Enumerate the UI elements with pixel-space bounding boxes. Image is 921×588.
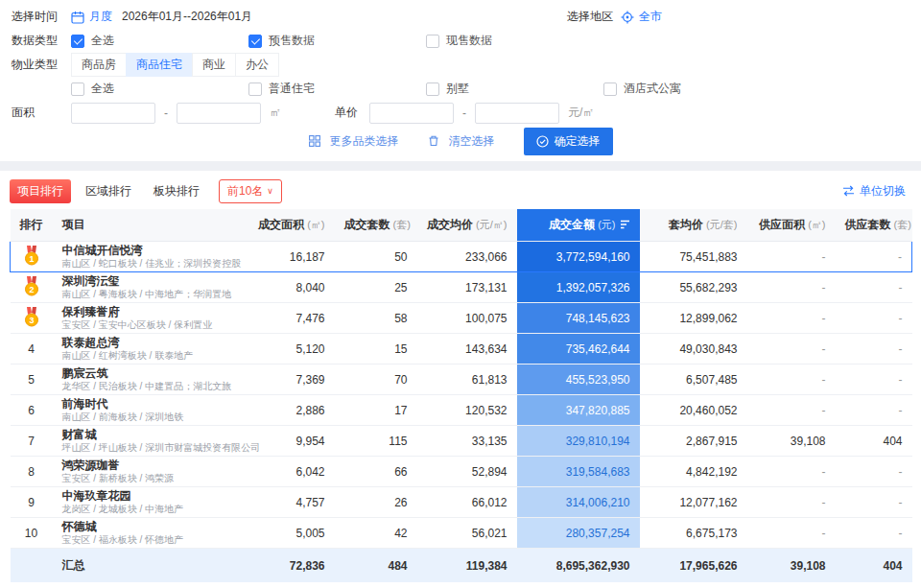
rank-cell: 5 xyxy=(11,365,53,395)
cell-deal-amount: 347,820,885 xyxy=(517,395,640,426)
cell-avg-price: 233,066 xyxy=(417,242,517,272)
cell-supply-area: - xyxy=(747,334,836,365)
cell-deal-area: 4,757 xyxy=(243,487,335,518)
top-n-filter-button[interactable]: 前10名 ∨ xyxy=(219,179,282,203)
table-row[interactable]: 2深圳湾沄玺南山区 / 粤海板块 / 中海地产；华润置地8,04025173,1… xyxy=(11,272,912,303)
cell-supply-units: - xyxy=(836,395,912,426)
checkbox-icon xyxy=(426,82,439,96)
tab-sector-ranking[interactable]: 板块排行 xyxy=(146,179,207,203)
medal-icon: 2 xyxy=(23,286,40,299)
price-min-input[interactable] xyxy=(369,103,454,124)
tab-region-ranking[interactable]: 区域排行 xyxy=(78,179,139,203)
checkbox-hotel-apartment[interactable]: 酒店式公寓 xyxy=(603,81,781,97)
property-tab-office[interactable]: 办公 xyxy=(235,53,279,77)
ranking-panel: 项目排行区域排行板块排行 前10名 ∨ 单位切换 排行项目成交面积 (㎡)成交套… xyxy=(0,171,921,588)
checkbox-ordinary-residence[interactable]: 普通住宅 xyxy=(248,81,426,97)
more-category-button[interactable]: 更多品类选择 xyxy=(309,133,399,150)
data-type-label: 数据类型 xyxy=(12,33,71,49)
table-body: 1中信城开信悦湾南山区 / 蛇口板块 / 佳兆业；深圳投资控股16,187502… xyxy=(11,242,912,549)
cell-supply-area: - xyxy=(747,303,836,334)
project-cell: 前海时代南山区 / 前海板块 / 深圳地铁 xyxy=(53,395,243,426)
cell-deal-amount: 314,006,210 xyxy=(517,487,640,518)
cell-unit-price: 12,899,062 xyxy=(640,303,747,334)
table-row[interactable]: 9中海玖章花园龙岗区 / 龙城板块 / 中海地产4,7572666,012314… xyxy=(11,487,912,518)
project-name: 鸿荣源珈誉 xyxy=(62,459,233,473)
unit-switch-label: 单位切换 xyxy=(860,183,906,200)
table-row[interactable]: 7财富城坪山区 / 坪山板块 / 深圳市财富城投资有限公司9,95411533,… xyxy=(11,426,912,457)
property-type-tabs: 商品房商品住宅商业办公 xyxy=(71,53,278,77)
summary-supply-area: 39,108 xyxy=(747,549,836,583)
property-tab-commercial[interactable]: 商业 xyxy=(192,53,236,77)
confirm-selection-button[interactable]: 确定选择 xyxy=(524,128,613,155)
time-filter-row: 选择时间 月度 2026年01月--2026年01月 选择地区 全市 xyxy=(12,5,909,29)
project-detail: 宝安区 / 福永板块 / 怀德地产 xyxy=(62,534,233,546)
table-row[interactable]: 4联泰超总湾南山区 / 红树湾板块 / 联泰地产5,12015143,63473… xyxy=(11,334,912,365)
summary-deal-amount: 8,695,362,930 xyxy=(517,549,640,583)
table-row[interactable]: 10怀德城宝安区 / 福永板块 / 怀德地产5,0054256,021280,3… xyxy=(11,518,912,549)
cell-supply-area: 39,108 xyxy=(747,426,836,457)
rank-cell: 7 xyxy=(11,426,53,457)
table-row[interactable]: 1中信城开信悦湾南山区 / 蛇口板块 / 佳兆业；深圳投资控股16,187502… xyxy=(11,242,912,272)
project-cell: 中海玖章花园龙岗区 / 龙城板块 / 中海地产 xyxy=(53,487,243,518)
checkbox-villa[interactable]: 别墅 xyxy=(426,81,603,97)
table-row[interactable]: 6前海时代南山区 / 前海板块 / 深圳地铁2,88617120,532347,… xyxy=(11,395,912,426)
project-detail: 南山区 / 红树湾板块 / 联泰地产 xyxy=(62,350,233,362)
table-row[interactable]: 3保利臻誉府宝安区 / 宝安中心区板块 / 保利置业7,47658100,075… xyxy=(11,303,912,334)
cell-deal-units: 58 xyxy=(335,303,417,334)
project-name: 深圳湾沄玺 xyxy=(62,274,233,289)
price-max-input[interactable] xyxy=(475,103,559,124)
table-row[interactable]: 5鹏宸云筑龙华区 / 民治板块 / 中建置品；湖北文旅7,3697061,813… xyxy=(11,365,912,395)
rank-cell: 8 xyxy=(11,457,53,487)
cell-deal-units: 15 xyxy=(335,334,417,365)
time-mode-link[interactable]: 月度 xyxy=(89,9,112,25)
project-name: 怀德城 xyxy=(62,520,233,534)
ranking-table: 排行项目成交面积 (㎡)成交套数 (套)成交均价 (元/㎡)成交金额 (元)套均… xyxy=(10,209,912,582)
project-cell: 保利臻誉府宝安区 / 宝安中心区板块 / 保利置业 xyxy=(53,303,243,334)
tab-project-ranking[interactable]: 项目排行 xyxy=(10,179,71,203)
cell-deal-amount: 735,462,644 xyxy=(517,334,640,365)
project-name: 中海玖章花园 xyxy=(62,489,233,504)
unit-switch-button[interactable]: 单位切换 xyxy=(837,182,911,200)
cell-deal-amount: 280,357,254 xyxy=(517,518,640,549)
sort-icon[interactable] xyxy=(620,219,630,232)
range-filter-row: 面积 - ㎡ 单价 - 元/㎡ xyxy=(12,101,909,125)
area-unit-label: ㎡ xyxy=(270,105,281,121)
column-header-5[interactable]: 成交金额 (元) xyxy=(517,209,640,242)
cell-deal-units: 25 xyxy=(335,272,417,303)
table-row[interactable]: 8鸿荣源珈誉宝安区 / 新桥板块 / 鸿荣源6,0426652,894319,5… xyxy=(11,457,912,487)
medal-icon: 1 xyxy=(23,255,40,269)
region-value-link[interactable]: 全市 xyxy=(639,9,662,25)
checkbox-select-all[interactable]: 全选 xyxy=(71,33,248,49)
clear-selection-button[interactable]: 清空选择 xyxy=(428,133,495,150)
checkbox-sub-select-all[interactable]: 全选 xyxy=(71,81,248,97)
region-filter: 选择地区 全市 xyxy=(567,9,672,25)
rank-cell: 9 xyxy=(11,487,53,518)
cell-supply-units: 404 xyxy=(836,426,912,457)
cell-deal-area: 8,040 xyxy=(243,272,335,303)
project-name: 前海时代 xyxy=(62,397,233,412)
cell-deal-units: 115 xyxy=(335,426,417,457)
data-type-options: 全选预售数据现售数据 xyxy=(71,33,603,49)
time-range-value[interactable]: 2026年01月--2026年01月 xyxy=(122,9,252,25)
cell-supply-area: - xyxy=(747,242,836,272)
checkbox-icon xyxy=(426,35,439,48)
checkbox-existing-sale-data[interactable]: 现售数据 xyxy=(426,33,603,49)
checkbox-presale-data[interactable]: 预售数据 xyxy=(248,33,426,49)
cell-unit-price: 49,030,843 xyxy=(640,334,747,365)
cell-supply-area: - xyxy=(747,365,836,395)
cell-unit-price: 75,451,883 xyxy=(640,242,747,272)
property-tab-commodity-housing[interactable]: 商品房 xyxy=(71,53,127,77)
area-max-input[interactable] xyxy=(177,103,261,124)
checkbox-label: 全选 xyxy=(91,81,114,97)
checkbox-label: 普通住宅 xyxy=(269,81,315,97)
project-cell: 联泰超总湾南山区 / 红树湾板块 / 联泰地产 xyxy=(53,334,243,365)
column-header-6: 套均价 (元/套) xyxy=(640,209,747,242)
cell-supply-units: - xyxy=(836,365,912,395)
cell-avg-price: 120,532 xyxy=(417,395,517,426)
cell-deal-area: 6,042 xyxy=(243,457,335,487)
cell-supply-units: - xyxy=(836,457,912,487)
area-min-input[interactable] xyxy=(71,103,155,124)
project-name: 保利臻誉府 xyxy=(62,305,233,319)
cell-supply-units: - xyxy=(836,487,912,518)
property-tab-commodity-residential[interactable]: 商品住宅 xyxy=(126,53,193,77)
